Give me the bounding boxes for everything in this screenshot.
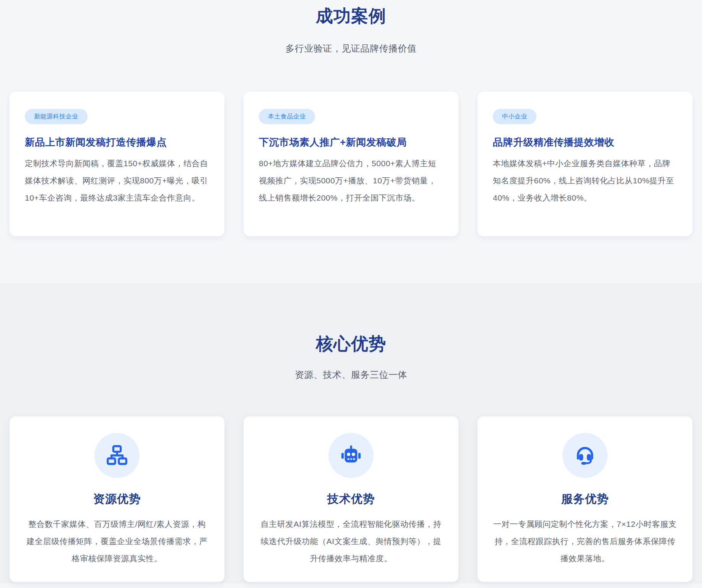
advantage-title: 资源优势	[25, 492, 209, 506]
advantage-description: 整合数千家媒体、百万级博主/网红/素人资源，构建全层级传播矩阵，覆盖企业全场景传…	[25, 515, 209, 567]
core-advantages-title: 核心优势	[0, 333, 702, 355]
network-icon	[94, 433, 140, 478]
case-title: 品牌升级精准传播提效增收	[493, 136, 677, 149]
case-description: 80+地方媒体建立品牌公信力，5000+素人博主短视频推广，实现5000万+播放…	[259, 155, 443, 206]
core-advantages-section: 核心优势 资源、技术、服务三位一体 资源优势 整合数千家媒体、百万级博主/网红/…	[0, 283, 702, 583]
core-advantages-subtitle: 资源、技术、服务三位一体	[0, 368, 702, 381]
case-card-new-energy: 新能源科技企业 新品上市新闻发稿打造传播爆点 定制技术导向新闻稿，覆盖150+权…	[10, 92, 224, 236]
case-title: 新品上市新闻发稿打造传播爆点	[25, 136, 209, 149]
next-section-edge	[0, 583, 702, 588]
advantage-description: 自主研发AI算法模型，全流程智能化驱动传播，持续迭代升级功能（AI文案生成、舆情…	[259, 515, 443, 567]
case-card-food: 本土食品企业 下沉市场素人推广+新闻发稿破局 80+地方媒体建立品牌公信力，50…	[244, 92, 458, 236]
advantage-title: 服务优势	[493, 492, 677, 506]
advantage-card-service: 服务优势 一对一专属顾问定制个性化方案，7×12小时客服支持，全流程跟踪执行，完…	[478, 416, 692, 582]
advantage-description: 一对一专属顾问定制个性化方案，7×12小时客服支持，全流程跟踪执行，完善的售后服…	[493, 515, 677, 567]
industry-badge: 中小企业	[493, 109, 536, 124]
success-cases-title: 成功案例	[0, 5, 702, 27]
industry-badge: 本土食品企业	[259, 109, 315, 124]
case-description: 本地媒体发稿+中小企业服务类自媒体种草，品牌知名度提升60%，线上咨询转化占比从…	[493, 155, 677, 206]
success-cases-section: 成功案例 多行业验证，见证品牌传播价值 新能源科技企业 新品上市新闻发稿打造传播…	[0, 0, 702, 283]
advantage-cards-row: 资源优势 整合数千家媒体、百万级博主/网红/素人资源，构建全层级传播矩阵，覆盖企…	[0, 416, 702, 582]
advantage-card-resources: 资源优势 整合数千家媒体、百万级博主/网红/素人资源，构建全层级传播矩阵，覆盖企…	[10, 416, 224, 582]
case-title: 下沉市场素人推广+新闻发稿破局	[259, 136, 443, 149]
success-cases-subtitle: 多行业验证，见证品牌传播价值	[0, 42, 702, 55]
case-cards-row: 新能源科技企业 新品上市新闻发稿打造传播爆点 定制技术导向新闻稿，覆盖150+权…	[0, 92, 702, 236]
case-card-sme: 中小企业 品牌升级精准传播提效增收 本地媒体发稿+中小企业服务类自媒体种草，品牌…	[478, 92, 692, 236]
advantage-title: 技术优势	[259, 492, 443, 506]
headset-icon	[562, 433, 608, 478]
advantage-card-technology: 技术优势 自主研发AI算法模型，全流程智能化驱动传播，持续迭代升级功能（AI文案…	[244, 416, 458, 582]
case-description: 定制技术导向新闻稿，覆盖150+权威媒体，结合自媒体技术解读、网红测评，实现80…	[25, 155, 209, 206]
industry-badge: 新能源科技企业	[25, 109, 88, 124]
robot-icon	[328, 433, 374, 478]
